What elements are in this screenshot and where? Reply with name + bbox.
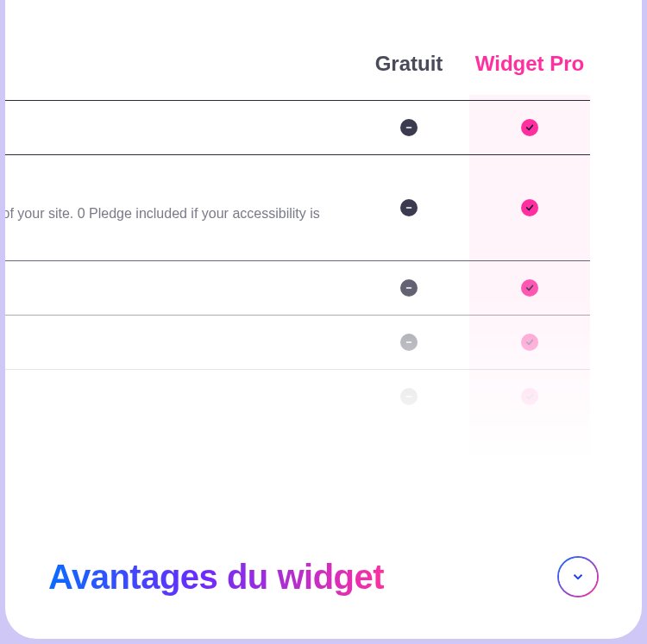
section-header[interactable]: Avantages du widget: [48, 556, 599, 597]
table-row: der: [5, 261, 590, 316]
free-cell: [349, 261, 469, 316]
check-icon: [521, 388, 538, 405]
minus-icon: [400, 279, 418, 297]
free-cell: [349, 316, 469, 370]
table-row: l code fixes: [5, 101, 590, 155]
free-cell: [349, 370, 469, 424]
pricing-card: l get Gratuit Widget Pro l code fixesgal…: [5, 0, 642, 639]
pro-cell: [469, 155, 590, 261]
pro-cell: [469, 370, 590, 424]
free-cell: [349, 155, 469, 261]
chevron-down-icon: [570, 569, 586, 585]
feature-description: iability by increasing the usability of …: [5, 203, 323, 245]
minus-icon: [400, 334, 418, 351]
table-row: Pro features: [5, 370, 590, 424]
check-icon: [521, 199, 538, 216]
comparison-table-wrap: l get Gratuit Widget Pro l code fixesgal…: [5, 0, 590, 423]
check-icon: [521, 119, 538, 136]
feature-cell: Pro features: [5, 370, 349, 424]
pro-cell: [469, 101, 590, 155]
feature-title: gal risks: [5, 171, 323, 193]
column-header-feature: l get: [5, 52, 349, 101]
comparison-table: l get Gratuit Widget Pro l code fixesgal…: [5, 52, 590, 423]
pro-cell: [469, 316, 590, 370]
column-header-free: Gratuit: [349, 52, 469, 101]
free-cell: [349, 101, 469, 155]
feature-title: der: [5, 277, 323, 299]
pro-cell: [469, 261, 590, 316]
feature-title: al support: [5, 331, 323, 353]
minus-icon: [400, 119, 418, 136]
minus-icon: [400, 388, 418, 405]
section-title: Avantages du widget: [48, 558, 384, 597]
feature-cell: l code fixes: [5, 101, 349, 155]
table-row: gal risksiability by increasing the usab…: [5, 155, 590, 261]
feature-title: l code fixes: [5, 116, 323, 139]
feature-cell: der: [5, 261, 349, 316]
minus-icon: [400, 199, 418, 216]
column-header-pro: Widget Pro: [469, 52, 590, 101]
check-icon: [521, 279, 538, 297]
check-icon: [521, 334, 538, 351]
expand-button[interactable]: [557, 556, 599, 597]
feature-cell: gal risksiability by increasing the usab…: [5, 155, 349, 261]
feature-title: Pro features: [5, 385, 323, 408]
feature-cell: al support: [5, 316, 349, 370]
table-row: al support: [5, 316, 590, 370]
